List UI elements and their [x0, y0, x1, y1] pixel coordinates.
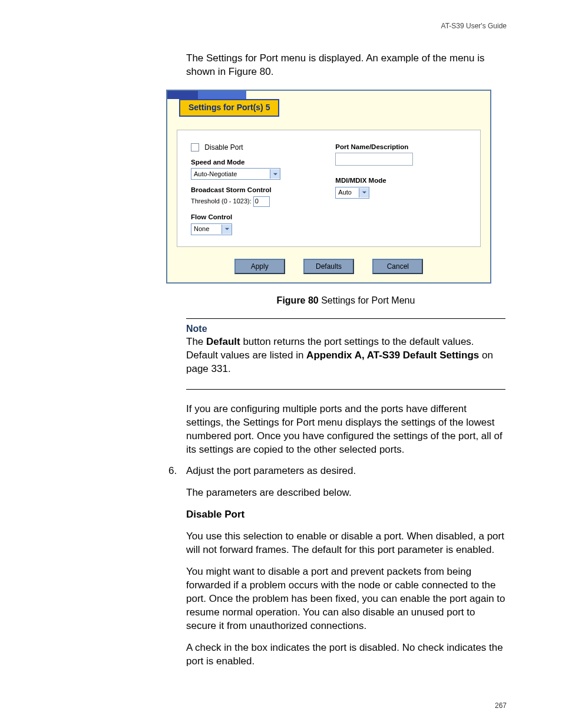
note-heading: Note	[186, 322, 505, 335]
disable-port-checkbox[interactable]	[191, 143, 199, 151]
speed-mode-value: Auto-Negotiate	[191, 170, 270, 179]
settings-tab-title: Settings for Port(s) 5	[179, 99, 279, 117]
step-text: Adjust the port parameters as desired.	[186, 465, 505, 478]
disable-port-label: Disable Port	[204, 143, 243, 151]
note-body: The Default button returns the port sett…	[186, 335, 505, 376]
step-number: 6.	[168, 465, 186, 676]
disable-port-heading: Disable Port	[186, 508, 505, 522]
speed-mode-select[interactable]: Auto-Negotiate	[191, 168, 280, 180]
defaults-button[interactable]: Defaults	[303, 259, 354, 274]
page-number: 267	[495, 701, 507, 710]
doc-header: AT-S39 User's Guide	[441, 21, 507, 31]
params-intro: The parameters are described below.	[186, 486, 505, 500]
speed-mode-label: Speed and Mode	[191, 158, 333, 167]
mdi-mode-select[interactable]: Auto	[335, 187, 369, 199]
figure-caption-number: Figure 80	[277, 295, 319, 305]
flow-control-select[interactable]: None	[191, 223, 232, 235]
note-box: Note The Default button returns the port…	[186, 318, 505, 389]
threshold-label: Threshold (0 - 1023):	[191, 197, 252, 205]
flow-control-value: None	[191, 225, 222, 233]
mdi-mode-value: Auto	[336, 188, 359, 197]
disable-port-p2: You might want to disable a port and pre…	[186, 565, 505, 633]
disable-port-p3: A check in the box indicates the port is…	[186, 641, 505, 668]
figure-caption: Figure 80 Settings for Port Menu	[186, 294, 505, 307]
figure-80: Settings for Port(s) 5 Disable Port Spee…	[166, 90, 491, 284]
mdi-mode-label: MDI/MDIX Mode	[335, 176, 467, 186]
port-name-label: Port Name/Description	[335, 143, 467, 152]
disable-port-p1: You use this selection to enable or disa…	[186, 530, 505, 557]
chevron-down-icon	[222, 225, 232, 234]
flow-control-label: Flow Control	[191, 213, 333, 222]
apply-button[interactable]: Apply	[234, 259, 285, 274]
figure-caption-text: Settings for Port Menu	[319, 295, 415, 305]
chevron-down-icon	[270, 169, 280, 179]
intro-paragraph: The Settings for Port menu is displayed.…	[186, 52, 505, 79]
port-name-input[interactable]	[335, 153, 413, 166]
chevron-down-icon	[359, 188, 369, 197]
cancel-button[interactable]: Cancel	[372, 259, 423, 274]
bsc-label: Broadcast Storm Control	[191, 186, 333, 195]
multi-port-paragraph: If you are configuring multiple ports an…	[186, 403, 505, 457]
threshold-input[interactable]: 0	[253, 196, 270, 207]
